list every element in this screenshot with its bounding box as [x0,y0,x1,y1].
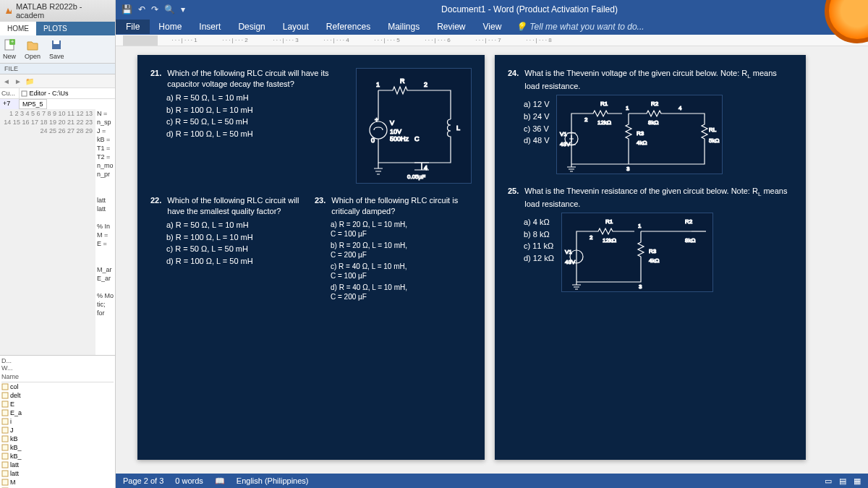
page-left: 21.Which of the following RLC circuit wi… [137,55,485,460]
code-text: N = n_sp J = kB = T1 = T2 = n_mo n_pr la… [95,109,115,355]
q24-circuit: R1 12kΩ 1 R2 8kΩ 4 RL 5kΩ [556,95,723,174]
svg-text:1: 1 [638,223,642,229]
ruler[interactable]: · · · | · · · 1· · · | · · · 2· · · | · … [116,35,868,46]
d-panel[interactable]: D... [1,357,12,364]
q25-opt-a: a) 4 kΩ [524,217,554,228]
svg-text:RL: RL [709,127,717,133]
ws-var[interactable]: col [1,382,114,391]
q23-opt-b: b) R = 20 Ω, L = 10 mH, C = 200 µF [331,241,472,260]
svg-text:4kΩ: 4kΩ [649,257,659,264]
ws-var[interactable]: delt [1,391,114,400]
qat-save-icon[interactable]: 💾 [122,4,132,14]
svg-text:V1: V1 [560,131,567,137]
ws-var[interactable]: latt [1,469,114,478]
svg-rect-16 [2,471,8,476]
editor-area[interactable]: 1 2 3 4 5 6 7 8 9 10 11 12 13 14 15 16 1… [0,109,115,355]
q21-opt-b: b) R = 100 Ω, L = 10 mH [166,105,349,116]
q24-opt-d: d) 48 V [524,135,549,146]
question-22: 22.Which of the following RLC circuit wi… [150,195,307,304]
svg-text:4kΩ: 4kΩ [637,140,647,146]
status-lang[interactable]: English (Philippines) [237,476,309,485]
nav-toolbar: ◄ ► 📁 [0,74,115,88]
tab-home[interactable]: HOME [0,22,36,35]
editor-file-tab[interactable]: MP5_5 [19,99,47,109]
q23-opt-a: a) R = 20 Ω, L = 10 mH, C = 100 µF [331,220,472,239]
ribbon-tabs: File Home Insert Design Layout Reference… [116,19,868,35]
ws-var[interactable]: kB [1,435,114,443]
ws-var[interactable]: kB_ [1,443,114,452]
ws-var[interactable]: M [1,478,114,487]
tab-design[interactable]: Design [229,20,273,34]
tab-view[interactable]: View [475,20,511,34]
w-panel[interactable]: W... [1,364,114,372]
status-proofing-icon[interactable]: 📖 [215,476,225,486]
q24-num: 24. [508,68,519,92]
svg-rect-6 [2,384,8,390]
svg-text:1: 1 [626,105,629,111]
tab-layout[interactable]: Layout [274,20,318,34]
q25-stem: What is the Thevenin resistance of the g… [524,186,793,210]
ws-var[interactable]: latt [1,461,114,469]
tab-references[interactable]: References [318,20,379,34]
svg-text:V: V [390,119,394,127]
qat-undo-icon[interactable]: ↶ [138,4,145,14]
svg-text:8kΩ: 8kΩ [685,237,695,244]
matlab-toolstrip: +New Open Save [0,35,115,64]
back-icon[interactable]: ◄ [1,76,12,86]
view-read-icon[interactable]: ▭ [825,476,832,486]
svg-text:10V: 10V [390,128,401,135]
svg-text:12kΩ: 12kΩ [603,237,616,244]
qat-redo-icon[interactable]: ↷ [151,4,158,14]
file-menu[interactable]: File [116,20,150,34]
svg-rect-12 [2,436,8,442]
save-button[interactable]: Save [49,38,64,60]
qat-more-icon[interactable]: ▾ [181,4,185,14]
view-web-icon[interactable]: ▦ [854,476,861,486]
tab-mailings[interactable]: Mailings [379,20,428,34]
question-23: 23.Which of the following RLC circuit is… [315,195,472,304]
svg-text:L: L [456,124,460,132]
q23-opt-c: c) R = 40 Ω, L = 10 mH, C = 100 µF [331,262,472,281]
q21-num: 21. [150,68,161,90]
tab-home-word[interactable]: Home [150,20,190,34]
tab-review[interactable]: Review [428,20,474,34]
ws-var[interactable]: E [1,400,114,408]
q24-stem: What is the Thevenin voltage of the give… [524,68,793,92]
svg-text:3: 3 [639,283,642,290]
q21-circuit: R 1 2 L 4 0.05µF [356,68,472,184]
tell-me-box[interactable]: 💡Tell me what you want to do... [516,22,644,32]
tab-plots[interactable]: PLOTS [36,22,75,35]
ws-var[interactable]: J [1,426,114,435]
svg-rect-4 [54,40,59,44]
open-button[interactable]: Open [25,38,41,60]
svg-text:R: R [400,77,405,85]
fwd-icon[interactable]: ► [13,76,23,86]
svg-text:12kΩ: 12kΩ [597,119,611,126]
word-title-bar: 💾 ↶ ↷ 🔍 ▾ Document1 - Word (Product Acti… [116,0,868,19]
q23-num: 23. [315,195,326,217]
ws-var[interactable]: i [1,417,114,426]
question-25: 25. What is the Thevenin resistance of t… [508,186,793,292]
svg-rect-7 [2,393,8,398]
document-area[interactable]: 21.Which of the following RLC circuit wi… [116,46,868,474]
q23-stem: Which of the following RLC circuit is cr… [331,195,472,217]
status-words[interactable]: 0 words [175,476,203,485]
status-page[interactable]: Page 2 of 3 [123,476,163,485]
view-print-icon[interactable]: ▤ [839,476,846,486]
svg-rect-13 [2,445,8,450]
svg-text:R2: R2 [685,218,693,225]
tab-insert[interactable]: Insert [190,20,229,34]
editor-tab[interactable]: Editor - C:\Us [19,88,115,98]
ws-var[interactable]: E_a [1,408,114,417]
q21-opt-a: a) R = 50 Ω, L = 10 mH [166,93,349,103]
ws-col-name: Name [1,373,19,380]
q25-circuit: R1 12kΩ 1 R2 8kΩ R3 4kΩ [561,213,713,292]
new-script-button[interactable]: +New [3,38,16,60]
q25-num: 25. [508,186,519,210]
q24-opt-c: c) 36 V [524,124,549,134]
qat-preview-icon[interactable]: 🔍 [164,4,175,14]
question-21: 21.Which of the following RLC circuit wi… [150,68,472,184]
svg-text:R3: R3 [637,130,644,137]
ws-var[interactable]: kB_ [1,452,114,461]
folder-icon[interactable]: 📁 [25,76,35,86]
